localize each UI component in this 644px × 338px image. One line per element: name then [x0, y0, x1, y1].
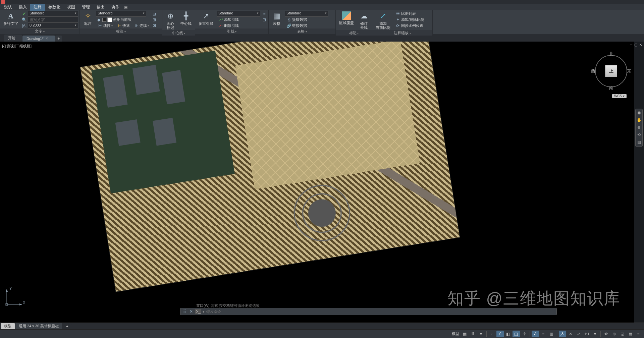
sb-snap-icon[interactable]: ⠿ [469, 331, 477, 337]
wipeout-button[interactable]: 区域覆盖 [337, 11, 356, 25]
mtext-button[interactable]: A 多行文字 [1, 11, 20, 26]
panel-table-title[interactable]: 表格 [269, 29, 335, 34]
layout-tab-sheet[interactable]: 通用 24 x 36 英寸标题栏 [15, 323, 62, 329]
sb-lwt-icon[interactable]: ≡ [540, 331, 547, 337]
viewcube[interactable]: 北 南 西 东 上 [591, 51, 631, 91]
find-icon[interactable]: 🔍 [21, 17, 27, 22]
panel-center-title[interactable]: 中心线 [162, 30, 195, 36]
viewcube-west[interactable]: 西 [591, 68, 595, 74]
sb-custom-icon[interactable]: ≡ [635, 331, 642, 337]
viewport-label[interactable]: [-][俯视][二维线框] [2, 44, 32, 49]
dim-tool2-icon[interactable]: ⊞ [152, 17, 157, 22]
viewcube-east[interactable]: 东 [627, 68, 631, 74]
sb-anno2-icon[interactable]: ✕ [567, 331, 574, 337]
menu-extra-icon[interactable]: ▣ [124, 5, 127, 9]
centermark-button[interactable]: ⊕ 圆心 标记 [164, 11, 177, 30]
layout-tab-add[interactable]: + [63, 324, 71, 329]
dim-color-swatch[interactable] [107, 17, 112, 22]
nav-orbit-icon[interactable]: ⟲ [636, 132, 642, 138]
dim-linear-button[interactable]: ⊢线性 ▾ [96, 23, 114, 29]
mleader-button[interactable]: ↗ 多重引线 [197, 11, 215, 26]
menu-parametric[interactable]: 参数化 [45, 4, 64, 11]
layout-tab-model[interactable]: 模型 [1, 323, 15, 329]
close-icon[interactable]: ✕ [46, 37, 48, 40]
text-style-dropdown[interactable]: Standard [28, 11, 78, 17]
sb-anno3-icon[interactable]: ⤢ [575, 331, 582, 337]
dim-continue-button[interactable]: ⊪连续 ▾ [132, 23, 150, 29]
dim-button[interactable]: ✧ 标注 [81, 11, 95, 26]
dim-tool1-icon[interactable]: ⊟ [152, 11, 157, 17]
sb-scale[interactable]: 1:1 [583, 332, 591, 336]
close-viewport-icon[interactable]: ✕ [639, 43, 642, 47]
sb-anno-icon[interactable]: 人 [559, 331, 566, 337]
add-leader-button[interactable]: ↗⁺添加引线 [217, 17, 240, 23]
menu-default[interactable]: 默认 [1, 4, 15, 11]
use-current-check[interactable] [102, 18, 106, 22]
viewcube-north[interactable]: 北 [609, 51, 613, 57]
doc-tab-drawing1[interactable]: Drawing1*✕ [22, 36, 55, 42]
table-style-dropdown[interactable]: Standard [285, 11, 328, 17]
menu-insert[interactable]: 插入 [15, 4, 30, 11]
sb-model[interactable]: 模型 [450, 331, 461, 336]
sb-otrack-icon[interactable]: ∠ [532, 331, 539, 337]
find-text-input[interactable] [28, 17, 78, 23]
command-input[interactable] [206, 309, 555, 314]
extract-data-button[interactable]: ⎘提取数据 [285, 17, 308, 23]
remove-leader-button[interactable]: ↗⁻删除引线 [217, 23, 240, 29]
dim-tool3-icon[interactable]: ⊠ [152, 23, 157, 28]
nav-wheel-icon[interactable]: ◉ [636, 110, 642, 116]
panel-scale-title[interactable]: 注释缩放 [372, 30, 432, 36]
doc-tab-start[interactable]: 开始 [4, 35, 22, 42]
text-height-dropdown[interactable]: 0.2000 [28, 23, 78, 29]
check-icon[interactable]: ✔ [21, 11, 27, 16]
sb-ortho-icon[interactable]: ⌐ [488, 331, 496, 337]
minimize-icon[interactable]: ─ [630, 43, 632, 47]
menu-annotate[interactable]: 注释 [30, 4, 45, 11]
viewcube-south[interactable]: 南 [609, 85, 613, 91]
leader-tool2-icon[interactable]: ⊡ [262, 17, 267, 22]
restore-icon[interactable]: ▢ [634, 43, 637, 47]
panel-leader-title[interactable]: 引线 [195, 29, 268, 34]
menu-view[interactable]: 视图 [64, 4, 78, 11]
add-del-scale-button[interactable]: ±添加/删除比例 [394, 17, 426, 23]
command-line[interactable]: ⠿ ✕ >_ ▾ [180, 308, 557, 315]
sb-menu1-icon[interactable]: ▾ [477, 331, 485, 337]
leader-style-dropdown[interactable]: Standard [217, 11, 260, 17]
menu-collaborate[interactable]: 协作 [108, 4, 123, 11]
centerline-button[interactable]: ╋ 中心线 [178, 11, 194, 26]
app-icon[interactable] [1, 0, 5, 4]
sb-ws-icon[interactable]: ✿ [602, 331, 610, 337]
sb-monitor-icon[interactable]: ⊕ [610, 331, 618, 337]
drawing-canvas[interactable]: 知乎 @三维地图知识库 窗口(W) 套索 按空格键可循环浏览选项 ⠿ ✕ >_ … [72, 42, 634, 323]
dim-style-dropdown[interactable]: Standard [96, 11, 146, 17]
sb-iso-icon[interactable]: ◧ [504, 331, 512, 337]
sb-osnap-icon[interactable]: ◫ [513, 331, 520, 337]
wcs-badge[interactable]: WCS ▾ [612, 94, 627, 98]
nav-showmotion-icon[interactable]: ▤ [636, 140, 642, 145]
panel-text-title[interactable]: 文字 [0, 29, 79, 34]
sb-grid-icon[interactable]: ▦ [461, 331, 469, 337]
scale-list-button[interactable]: ☷比例列表 [394, 11, 417, 17]
revcloud-button[interactable]: ☁ 修订 云线 [357, 11, 371, 30]
nav-zoom-icon[interactable]: ⊖ [636, 125, 642, 130]
sb-qprop-icon[interactable]: ▤ [627, 331, 634, 337]
ucs-icon[interactable]: Y X [3, 288, 23, 308]
panel-dim-title[interactable]: 标注 [80, 29, 162, 34]
leader-tool1-icon[interactable]: ≡ [262, 11, 267, 17]
new-tab-button[interactable]: + [55, 36, 62, 42]
sb-units-icon[interactable]: ◱ [619, 331, 626, 337]
menu-output[interactable]: 输出 [93, 4, 108, 11]
nav-pan-icon[interactable]: ✋ [636, 118, 642, 123]
text-height-icon[interactable]: |A| [21, 23, 27, 29]
cmd-close-icon[interactable]: ✕ [189, 309, 194, 314]
add-scale-button[interactable]: ⤢ 添加 当前比例 [374, 11, 392, 30]
cmd-handle-icon[interactable]: ⠿ [182, 309, 187, 314]
menu-manage[interactable]: 管理 [78, 4, 93, 11]
sb-3dosnap-icon[interactable]: ✢ [521, 331, 528, 337]
panel-markup-title[interactable]: 标记 [336, 30, 372, 36]
sb-scale-menu-icon[interactable]: ▾ [591, 331, 599, 337]
dim-layer-icon[interactable]: ◆ [96, 17, 101, 22]
dim-quick-button[interactable]: ⊩快速 [115, 23, 131, 29]
link-data-button[interactable]: 🔗链接数据 [285, 23, 308, 29]
sb-trans-icon[interactable]: ▥ [548, 331, 555, 337]
